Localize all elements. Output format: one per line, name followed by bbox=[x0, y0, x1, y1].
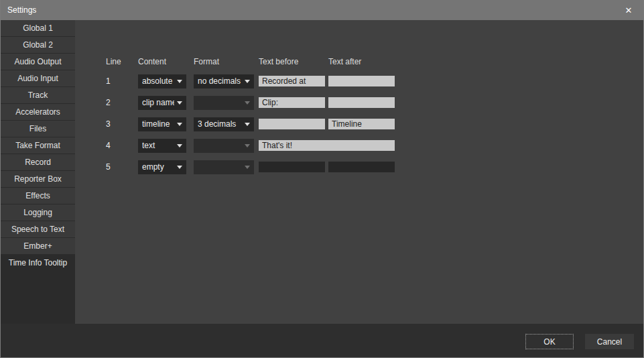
column-header-text-before: Text before bbox=[259, 57, 328, 70]
sidebar-item-effects[interactable]: Effects bbox=[1, 188, 75, 204]
text-before-input-line-5 bbox=[259, 162, 325, 172]
chevron-down-icon bbox=[245, 80, 250, 83]
text-after-input-line-5 bbox=[328, 162, 395, 172]
sidebar-item-audio-input[interactable]: Audio Input bbox=[1, 70, 75, 87]
sidebar-item-audio-output[interactable]: Audio Output bbox=[1, 54, 75, 70]
titlebar: Settings ✕ bbox=[1, 0, 643, 20]
chevron-down-icon bbox=[177, 144, 182, 147]
format-dropdown-line-4 bbox=[194, 139, 254, 153]
column-header-text-after: Text after bbox=[328, 57, 395, 70]
content-dropdown-line-1[interactable]: absolute bbox=[138, 74, 186, 88]
text-after-input-line-2[interactable] bbox=[328, 97, 395, 108]
sidebar-item-global-2[interactable]: Global 2 bbox=[1, 37, 75, 54]
ok-button[interactable]: OK bbox=[525, 334, 574, 349]
content-dropdown-line-3[interactable]: timeline bbox=[138, 117, 186, 131]
sidebar-item-logging[interactable]: Logging bbox=[1, 204, 75, 221]
column-header-format: Format bbox=[194, 57, 259, 70]
sidebar: Global 1 Global 2 Audio Output Audio Inp… bbox=[1, 20, 75, 324]
dialog-footer: OK Cancel bbox=[1, 324, 643, 357]
text-before-input-line-3[interactable] bbox=[259, 119, 325, 129]
chevron-down-icon bbox=[245, 101, 250, 105]
chevron-down-icon bbox=[245, 166, 250, 169]
format-dropdown-line-1[interactable]: no decimals bbox=[194, 74, 254, 88]
sidebar-item-track[interactable]: Track bbox=[1, 87, 75, 104]
sidebar-item-speech-to-text[interactable]: Speech to Text bbox=[1, 221, 75, 238]
sidebar-item-record[interactable]: Record bbox=[1, 154, 75, 171]
column-header-line: Line bbox=[106, 57, 138, 70]
chevron-down-icon bbox=[177, 166, 182, 169]
cancel-button[interactable]: Cancel bbox=[585, 334, 634, 349]
sidebar-item-files[interactable]: Files bbox=[1, 121, 75, 137]
format-dropdown-line-2 bbox=[194, 96, 254, 110]
text-after-input-line-1[interactable] bbox=[328, 76, 395, 86]
sidebar-item-global-1[interactable]: Global 1 bbox=[1, 20, 75, 37]
line-number: 5 bbox=[106, 156, 138, 178]
column-header-content: Content bbox=[138, 57, 194, 70]
dialog-body: Global 1 Global 2 Audio Output Audio Inp… bbox=[1, 20, 643, 324]
format-dropdown-line-5 bbox=[194, 160, 254, 174]
close-icon[interactable]: ✕ bbox=[614, 0, 643, 20]
time-info-tooltip-panel: Line Content Format Text before Text aft… bbox=[75, 20, 643, 324]
chevron-down-icon bbox=[177, 101, 182, 105]
chevron-down-icon bbox=[245, 144, 250, 147]
sidebar-item-accelerators[interactable]: Accelerators bbox=[1, 104, 75, 121]
format-dropdown-line-3[interactable]: 3 decimals bbox=[194, 117, 254, 131]
content-dropdown-line-5[interactable]: empty bbox=[138, 160, 186, 174]
sidebar-item-ember-plus[interactable]: Ember+ bbox=[1, 238, 75, 255]
tooltip-lines-table: Line Content Format Text before Text aft… bbox=[106, 57, 395, 178]
settings-dialog: Settings ✕ Global 1 Global 2 Audio Outpu… bbox=[0, 0, 644, 358]
line-number: 2 bbox=[106, 92, 138, 113]
chevron-down-icon bbox=[177, 123, 182, 126]
text-before-input-line-2[interactable] bbox=[259, 97, 325, 108]
chevron-down-icon bbox=[177, 80, 182, 83]
sidebar-item-take-format[interactable]: Take Format bbox=[1, 137, 75, 154]
line-number: 4 bbox=[106, 135, 138, 156]
sidebar-item-reporter-box[interactable]: Reporter Box bbox=[1, 171, 75, 188]
line-number: 3 bbox=[106, 113, 138, 135]
content-dropdown-line-2[interactable]: clip name bbox=[138, 96, 186, 110]
line-number: 1 bbox=[106, 70, 138, 92]
text-after-input-line-3[interactable] bbox=[328, 119, 395, 129]
text-before-input-line-1[interactable] bbox=[259, 76, 325, 86]
dialog-title: Settings bbox=[7, 5, 36, 15]
sidebar-item-time-info-tooltip[interactable]: Time Info Tooltip bbox=[1, 255, 75, 272]
chevron-down-icon bbox=[245, 123, 250, 126]
content-dropdown-line-4[interactable]: text bbox=[138, 139, 186, 153]
text-input-line-4[interactable] bbox=[259, 140, 395, 151]
